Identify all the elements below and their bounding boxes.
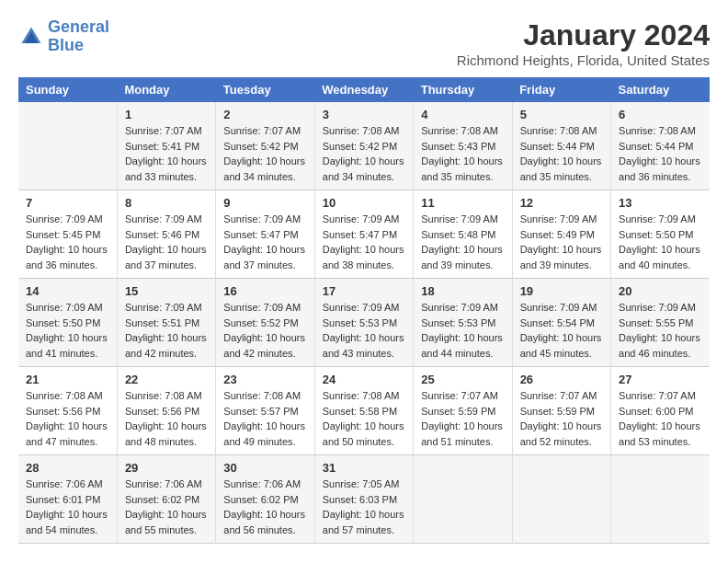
sunrise-text: Sunrise: 7:08 AM bbox=[520, 125, 597, 136]
title-block: January 2024 Richmond Heights, Florida, … bbox=[457, 18, 710, 68]
sunset-text: Sunset: 6:01 PM bbox=[26, 494, 100, 505]
cell-content: Sunrise: 7:06 AMSunset: 6:02 PMDaylight:… bbox=[125, 477, 208, 537]
sunset-text: Sunset: 5:58 PM bbox=[323, 406, 397, 417]
day-number: 18 bbox=[421, 284, 504, 298]
sunset-text: Sunset: 5:41 PM bbox=[125, 141, 199, 152]
calendar-cell bbox=[414, 455, 512, 544]
calendar-cell: 17Sunrise: 7:09 AMSunset: 5:53 PMDayligh… bbox=[314, 279, 413, 367]
sunrise-text: Sunrise: 7:08 AM bbox=[223, 390, 301, 401]
daylight-text: Daylight: 10 hours and 42 minutes. bbox=[125, 332, 207, 359]
daylight-text: Daylight: 10 hours and 46 minutes. bbox=[619, 332, 700, 359]
sunset-text: Sunset: 5:46 PM bbox=[125, 229, 199, 240]
sunset-text: Sunset: 5:55 PM bbox=[619, 317, 693, 328]
main-title: January 2024 bbox=[457, 18, 710, 52]
daylight-text: Daylight: 10 hours and 45 minutes. bbox=[520, 332, 602, 359]
sunrise-text: Sunrise: 7:08 AM bbox=[619, 125, 696, 136]
cell-content: Sunrise: 7:06 AMSunset: 6:01 PMDaylight:… bbox=[26, 477, 109, 537]
day-number: 25 bbox=[421, 373, 504, 386]
day-number: 19 bbox=[520, 284, 603, 298]
sunset-text: Sunset: 6:02 PM bbox=[125, 494, 199, 505]
logo: General Blue bbox=[18, 18, 109, 55]
day-number: 9 bbox=[223, 196, 306, 210]
day-number: 22 bbox=[125, 373, 208, 386]
cell-content: Sunrise: 7:08 AMSunset: 5:44 PMDaylight:… bbox=[619, 123, 702, 184]
sunset-text: Sunset: 5:42 PM bbox=[223, 141, 298, 152]
cell-content: Sunrise: 7:09 AMSunset: 5:47 PMDaylight:… bbox=[223, 212, 306, 272]
daylight-text: Daylight: 10 hours and 57 minutes. bbox=[323, 509, 404, 535]
calendar-cell: 4Sunrise: 7:08 AMSunset: 5:43 PMDaylight… bbox=[414, 102, 512, 190]
day-number: 16 bbox=[223, 284, 306, 298]
daylight-text: Daylight: 10 hours and 39 minutes. bbox=[421, 244, 503, 270]
sunrise-text: Sunrise: 7:09 AM bbox=[26, 302, 103, 313]
calendar-cell: 16Sunrise: 7:09 AMSunset: 5:52 PMDayligh… bbox=[216, 279, 314, 367]
cell-content: Sunrise: 7:09 AMSunset: 5:50 PMDaylight:… bbox=[26, 300, 109, 361]
sunset-text: Sunset: 5:47 PM bbox=[223, 229, 298, 240]
cell-content: Sunrise: 7:07 AMSunset: 6:00 PMDaylight:… bbox=[619, 388, 702, 449]
sunrise-text: Sunrise: 7:07 AM bbox=[125, 125, 202, 136]
calendar-cell: 3Sunrise: 7:08 AMSunset: 5:42 PMDaylight… bbox=[314, 102, 413, 190]
day-number: 1 bbox=[125, 108, 208, 121]
cell-content: Sunrise: 7:08 AMSunset: 5:57 PMDaylight:… bbox=[223, 388, 306, 449]
day-number: 3 bbox=[323, 108, 405, 121]
cell-content: Sunrise: 7:09 AMSunset: 5:51 PMDaylight:… bbox=[125, 300, 208, 361]
sunrise-text: Sunrise: 7:08 AM bbox=[323, 390, 400, 401]
day-number: 8 bbox=[125, 196, 208, 210]
sunset-text: Sunset: 5:56 PM bbox=[26, 406, 100, 417]
sunset-text: Sunset: 6:02 PM bbox=[223, 494, 298, 505]
daylight-text: Daylight: 10 hours and 50 minutes. bbox=[323, 420, 404, 447]
day-number: 20 bbox=[619, 284, 702, 298]
sunrise-text: Sunrise: 7:06 AM bbox=[26, 478, 103, 489]
sunset-text: Sunset: 5:44 PM bbox=[520, 141, 595, 152]
calendar-cell: 9Sunrise: 7:09 AMSunset: 5:47 PMDaylight… bbox=[216, 190, 314, 279]
daylight-text: Daylight: 10 hours and 54 minutes. bbox=[26, 509, 108, 535]
sunset-text: Sunset: 5:57 PM bbox=[223, 406, 298, 417]
calendar-row: 1Sunrise: 7:07 AMSunset: 5:41 PMDaylight… bbox=[18, 102, 710, 190]
daylight-text: Daylight: 10 hours and 42 minutes. bbox=[223, 332, 305, 359]
calendar-cell: 30Sunrise: 7:06 AMSunset: 6:02 PMDayligh… bbox=[216, 455, 314, 544]
sunrise-text: Sunrise: 7:09 AM bbox=[323, 302, 400, 313]
day-number: 24 bbox=[323, 373, 405, 386]
day-number: 15 bbox=[125, 284, 208, 298]
sunrise-text: Sunrise: 7:09 AM bbox=[520, 213, 597, 224]
calendar-cell: 8Sunrise: 7:09 AMSunset: 5:46 PMDaylight… bbox=[117, 190, 215, 279]
day-number: 29 bbox=[125, 461, 208, 475]
cell-content: Sunrise: 7:09 AMSunset: 5:50 PMDaylight:… bbox=[619, 212, 702, 272]
calendar-cell: 21Sunrise: 7:08 AMSunset: 5:56 PMDayligh… bbox=[18, 367, 117, 455]
calendar-cell: 25Sunrise: 7:07 AMSunset: 5:59 PMDayligh… bbox=[414, 367, 512, 455]
calendar-cell: 1Sunrise: 7:07 AMSunset: 5:41 PMDaylight… bbox=[117, 102, 215, 190]
daylight-text: Daylight: 10 hours and 35 minutes. bbox=[520, 155, 602, 182]
sunset-text: Sunset: 5:50 PM bbox=[26, 317, 100, 328]
calendar-table: SundayMondayTuesdayWednesdayThursdayFrid… bbox=[18, 77, 710, 544]
sunset-text: Sunset: 5:48 PM bbox=[421, 229, 495, 240]
calendar-cell: 11Sunrise: 7:09 AMSunset: 5:48 PMDayligh… bbox=[414, 190, 512, 279]
sunset-text: Sunset: 5:45 PM bbox=[26, 229, 100, 240]
daylight-text: Daylight: 10 hours and 37 minutes. bbox=[223, 244, 305, 270]
calendar-cell: 31Sunrise: 7:05 AMSunset: 6:03 PMDayligh… bbox=[314, 455, 413, 544]
sunrise-text: Sunrise: 7:09 AM bbox=[619, 302, 696, 313]
calendar-cell: 13Sunrise: 7:09 AMSunset: 5:50 PMDayligh… bbox=[611, 190, 710, 279]
sunrise-text: Sunrise: 7:09 AM bbox=[125, 213, 202, 224]
day-number: 17 bbox=[323, 284, 405, 298]
day-number: 13 bbox=[619, 196, 702, 210]
sunrise-text: Sunrise: 7:09 AM bbox=[421, 213, 498, 224]
daylight-text: Daylight: 10 hours and 36 minutes. bbox=[26, 244, 108, 270]
sunrise-text: Sunrise: 7:09 AM bbox=[26, 213, 103, 224]
cell-content: Sunrise: 7:06 AMSunset: 6:02 PMDaylight:… bbox=[223, 477, 306, 537]
daylight-text: Daylight: 10 hours and 51 minutes. bbox=[421, 420, 503, 447]
sunset-text: Sunset: 5:49 PM bbox=[520, 229, 595, 240]
daylight-text: Daylight: 10 hours and 47 minutes. bbox=[26, 420, 108, 447]
calendar-cell: 29Sunrise: 7:06 AMSunset: 6:02 PMDayligh… bbox=[117, 455, 215, 544]
sunrise-text: Sunrise: 7:07 AM bbox=[520, 390, 597, 401]
header-cell: Monday bbox=[117, 77, 215, 102]
calendar-cell: 6Sunrise: 7:08 AMSunset: 5:44 PMDaylight… bbox=[611, 102, 710, 190]
day-number: 10 bbox=[323, 196, 405, 210]
sunrise-text: Sunrise: 7:07 AM bbox=[223, 125, 301, 136]
day-number: 26 bbox=[520, 373, 603, 386]
day-number: 28 bbox=[26, 461, 109, 475]
cell-content: Sunrise: 7:05 AMSunset: 6:03 PMDaylight:… bbox=[323, 477, 405, 537]
cell-content: Sunrise: 7:09 AMSunset: 5:55 PMDaylight:… bbox=[619, 300, 702, 361]
daylight-text: Daylight: 10 hours and 39 minutes. bbox=[520, 244, 602, 270]
cell-content: Sunrise: 7:08 AMSunset: 5:43 PMDaylight:… bbox=[421, 123, 504, 184]
cell-content: Sunrise: 7:08 AMSunset: 5:56 PMDaylight:… bbox=[26, 388, 109, 449]
header-cell: Wednesday bbox=[314, 77, 413, 102]
